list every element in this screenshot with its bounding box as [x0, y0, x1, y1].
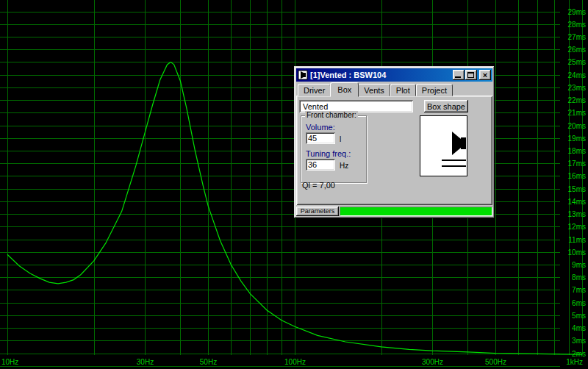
- vented-box-window[interactable]: [1]Vented : BSW104 × Driver Box Vents Pl…: [294, 66, 495, 218]
- x-tick-label: 30Hz: [137, 358, 154, 366]
- y-tick-label: 20ms: [568, 122, 586, 130]
- tab-strip: Driver Box Vents Plot Project: [296, 83, 492, 96]
- maximize-icon: [467, 72, 474, 78]
- y-tick-label: 13ms: [568, 210, 586, 218]
- tab-project[interactable]: Project: [416, 84, 453, 96]
- status-bar: Parameters: [296, 207, 492, 216]
- x-tick-label: 10Hz: [1, 358, 18, 366]
- y-tick-label: 25ms: [568, 58, 586, 66]
- y-tick-label: 10ms: [568, 248, 586, 257]
- y-tick-label: 27ms: [568, 33, 586, 41]
- box-shape-button[interactable]: Box shape: [424, 100, 468, 112]
- x-tick-label: 50Hz: [200, 358, 217, 366]
- window-title: [1]Vented : BSW104: [310, 71, 452, 79]
- close-button[interactable]: ×: [479, 70, 491, 80]
- y-tick-label: 29ms: [568, 8, 586, 16]
- x-tick-label: 100Hz: [284, 358, 306, 366]
- y-tick-label: 18ms: [568, 147, 586, 155]
- y-tick-label: 12ms: [568, 223, 586, 231]
- front-chamber-legend: Front chamber:: [305, 111, 358, 119]
- y-tick-label: 6ms: [572, 299, 586, 307]
- x-tick-label: 500Hz: [485, 358, 506, 366]
- box-tab-panel: Vented Box shape Front chamber: Volume: …: [296, 96, 492, 205]
- window-titlebar[interactable]: [1]Vented : BSW104 ×: [296, 68, 492, 82]
- y-tick-label: 3ms: [572, 337, 586, 345]
- y-tick-label: 17ms: [568, 160, 586, 168]
- y-tick-label: 21ms: [568, 109, 586, 117]
- y-tick-label: 24ms: [568, 71, 586, 79]
- tab-plot[interactable]: Plot: [390, 84, 416, 96]
- ql-value: Ql = 7,00: [302, 181, 335, 190]
- tuning-freq-input[interactable]: [306, 159, 335, 171]
- box-shape-diagram: [420, 115, 467, 176]
- y-tick-label: 19ms: [568, 135, 586, 143]
- y-tick-label: 15ms: [568, 185, 586, 193]
- y-tick-label: 28ms: [568, 21, 586, 29]
- y-tick-label: 9ms: [572, 261, 586, 269]
- y-tick-label: 11ms: [568, 236, 586, 244]
- tab-vents[interactable]: Vents: [358, 84, 390, 96]
- tab-box[interactable]: Box: [330, 82, 359, 97]
- parameters-button[interactable]: Parameters: [296, 207, 339, 216]
- volume-label: Volume:: [306, 123, 335, 132]
- tuning-freq-unit: Hz: [340, 162, 348, 170]
- y-tick-label: 7ms: [572, 286, 586, 294]
- y-tick-label: 14ms: [568, 198, 586, 206]
- minimize-icon: [455, 76, 461, 78]
- progress-bar: [340, 207, 492, 216]
- y-tick-label: 26ms: [568, 46, 586, 54]
- minimize-button-icon[interactable]: [453, 70, 465, 80]
- x-tick-label: 1kHz: [566, 358, 583, 366]
- y-tick-label: 23ms: [568, 84, 586, 92]
- window-icon: [298, 70, 308, 80]
- y-tick-label: 5ms: [572, 312, 586, 320]
- front-chamber-group: Front chamber: Volume: l Tuning freq.: H…: [301, 115, 367, 183]
- maximize-button-icon[interactable]: [465, 70, 477, 80]
- y-tick-label: 22ms: [568, 96, 586, 104]
- y-tick-label: 8ms: [572, 273, 586, 282]
- tuning-freq-label: Tuning freq.:: [306, 149, 351, 158]
- volume-input[interactable]: [306, 132, 335, 144]
- y-tick-label: 4ms: [572, 324, 586, 332]
- tab-driver[interactable]: Driver: [298, 84, 331, 96]
- volume-unit: l: [340, 135, 341, 143]
- x-tick-label: 300Hz: [422, 358, 443, 366]
- y-tick-label: 16ms: [568, 172, 586, 180]
